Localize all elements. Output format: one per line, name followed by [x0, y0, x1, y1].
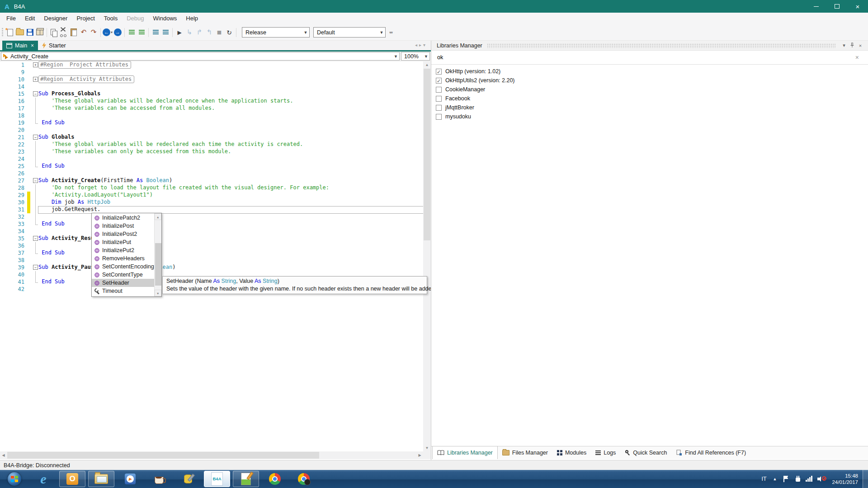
sub-navigator-dropdown[interactable]: Activity_Create ▼ [1, 52, 400, 61]
panel-tab-modules[interactable]: Modules [552, 446, 591, 459]
editor-vertical-scrollbar[interactable]: ▲ ▼ [423, 61, 431, 451]
stop-icon[interactable]: ■ [214, 27, 224, 38]
code-line-26[interactable]: 26 [0, 170, 423, 177]
taskbar-internet-explorer-icon[interactable]: e [30, 471, 57, 487]
panel-tab-files-manager[interactable]: Files Manager [498, 446, 552, 459]
checkbox-unchecked[interactable] [436, 96, 442, 102]
taskbar-chrome-profile-icon[interactable] [291, 471, 317, 487]
collapse-icon[interactable]: − [33, 135, 38, 140]
autocomplete-scrollbar[interactable]: ▲ ▼ [154, 213, 161, 296]
autocomplete-item-initializepost2[interactable]: InitializePost2 [92, 230, 154, 238]
minimize-button[interactable] [806, 0, 826, 13]
pin-icon[interactable] [848, 42, 856, 49]
autocomplete-item-setheader[interactable]: SetHeader [92, 279, 154, 287]
panel-tab-find-all-references-f7-[interactable]: Find All References (F7) [671, 446, 750, 459]
toolbar-grip[interactable] [2, 28, 3, 37]
paste-icon[interactable] [69, 27, 79, 38]
cut-icon[interactable] [59, 27, 69, 38]
step-out-icon[interactable]: ↰ [204, 27, 214, 38]
layout-variant-dropdown[interactable]: Default▼ [313, 27, 386, 38]
code-line-31[interactable]: 31 job.GetRequest. [0, 206, 423, 213]
fold-margin[interactable]: − [30, 235, 38, 242]
code-line-10[interactable]: 10+#Region Activity Attributes [0, 76, 423, 83]
checkbox-checked[interactable]: ✓ [436, 78, 442, 84]
tab-main[interactable]: Main × [2, 41, 38, 50]
checkbox-checked[interactable]: ✓ [436, 69, 442, 75]
code-line-21[interactable]: 21−Sub Globals [0, 134, 423, 141]
code-line-17[interactable]: 17 'These variables can be accessed from… [0, 105, 423, 112]
taskbar-b4a-icon[interactable]: B4A [204, 471, 230, 487]
hidden-icons-arrow[interactable]: ▲ [773, 477, 777, 481]
run-icon[interactable]: ▶ [175, 27, 184, 38]
code-line-22[interactable]: 22 'These global variables will be redec… [0, 141, 423, 148]
menu-tools[interactable]: Tools [99, 13, 122, 24]
code-line-9[interactable]: 9 [0, 69, 423, 76]
code-line-33[interactable]: 33 End Sub [0, 221, 423, 228]
code-line-25[interactable]: 25 End Sub [0, 163, 423, 170]
scroll-up-arrow[interactable]: ▲ [155, 213, 161, 220]
collapse-icon[interactable]: − [33, 236, 38, 241]
code-line-18[interactable]: 18 [0, 112, 423, 119]
step-into-icon[interactable]: ↳ [184, 27, 194, 38]
checkbox-unchecked[interactable] [436, 114, 442, 120]
rebuild-icon[interactable]: ↻ [224, 27, 234, 38]
collapse-icon[interactable]: − [33, 265, 38, 270]
scrollbar-thumb[interactable] [424, 69, 430, 240]
library-item[interactable]: mysudoku [431, 112, 868, 121]
code-line-39[interactable]: 39−Sub Activity_Pause (UserClosed As Boo… [0, 264, 423, 271]
library-item[interactable]: ✓OkHttp (version: 1.02) [431, 67, 868, 76]
menu-windows[interactable]: Windows [149, 13, 182, 24]
taskbar-start-button[interactable] [1, 471, 28, 487]
panel-tab-libraries-manager[interactable]: Libraries Manager [432, 446, 498, 459]
maximize-button[interactable] [826, 0, 847, 13]
indent-increase-icon[interactable] [160, 27, 170, 38]
indent-decrease-icon[interactable] [151, 27, 160, 38]
panel-tab-quick-search[interactable]: Quick Search [620, 446, 671, 459]
autocomplete-item-removeheaders[interactable]: RemoveHeaders [92, 254, 154, 263]
taskbar-clock[interactable]: 15:48 24/01/2017 [832, 473, 858, 485]
fold-margin[interactable]: − [30, 264, 38, 271]
save-icon[interactable] [25, 27, 35, 38]
code-line-23[interactable]: 23 'These variables can only be accessed… [0, 148, 423, 155]
collapse-icon[interactable]: − [33, 178, 38, 183]
menu-project[interactable]: Project [72, 13, 99, 24]
network-signal-icon[interactable] [806, 475, 814, 483]
taskbar-media-player-icon[interactable]: ▶ [117, 471, 143, 487]
autocomplete-item-initializepost[interactable]: InitializePost [92, 222, 154, 230]
library-search-input[interactable] [431, 51, 868, 64]
toolbar-overflow[interactable]: ▾▾ [389, 30, 392, 35]
uncomment-icon[interactable] [137, 27, 146, 38]
menu-designer[interactable]: Designer [39, 13, 72, 24]
code-line-24[interactable]: 24 [0, 155, 423, 163]
taskbar-outlook-icon[interactable]: O [59, 471, 85, 487]
copy-icon[interactable] [49, 27, 59, 38]
panel-close-icon[interactable]: × [856, 43, 864, 48]
code-line-15[interactable]: 15−Sub Process_Globals [0, 90, 423, 98]
fold-margin[interactable]: + [30, 76, 38, 83]
tab-close-icon[interactable]: × [31, 42, 34, 49]
autocomplete-item-timeout[interactable]: Timeout [92, 287, 154, 295]
library-item[interactable]: ✓OkHttpUtils2 (version: 2.20) [431, 76, 868, 85]
checkbox-unchecked[interactable] [436, 87, 442, 93]
taskbar-coffee-app-icon[interactable] [146, 471, 172, 487]
back-icon[interactable]: ←▾ [103, 27, 113, 38]
scrollbar-thumb[interactable] [7, 452, 319, 459]
fold-margin[interactable]: − [30, 177, 38, 184]
tab-scroll-buttons[interactable]: ◂▸▾ [415, 42, 427, 47]
code-line-36[interactable]: 36 [0, 242, 423, 249]
menu-file[interactable]: File [2, 13, 20, 24]
scroll-down-arrow[interactable]: ▼ [155, 290, 161, 296]
code-line-38[interactable]: 38 [0, 257, 423, 264]
tab-starter[interactable]: Starter [38, 41, 70, 50]
expand-icon[interactable]: + [33, 62, 38, 67]
code-line-37[interactable]: 37 End Sub [0, 249, 423, 257]
code-line-30[interactable]: 30 Dim job As HttpJob [0, 199, 423, 206]
code-line-35[interactable]: 35−Sub Activity_Resume [0, 235, 423, 242]
scroll-left-arrow[interactable]: ◀ [0, 451, 7, 459]
scrollbar-thumb[interactable] [155, 243, 161, 286]
code-line-20[interactable]: 20 [0, 127, 423, 134]
autocomplete-item-initializeput[interactable]: InitializePut [92, 238, 154, 246]
autocomplete-item-setcontentencoding[interactable]: SetContentEncoding [92, 263, 154, 271]
fold-margin[interactable]: − [30, 134, 38, 141]
forward-icon[interactable]: → [113, 27, 123, 38]
